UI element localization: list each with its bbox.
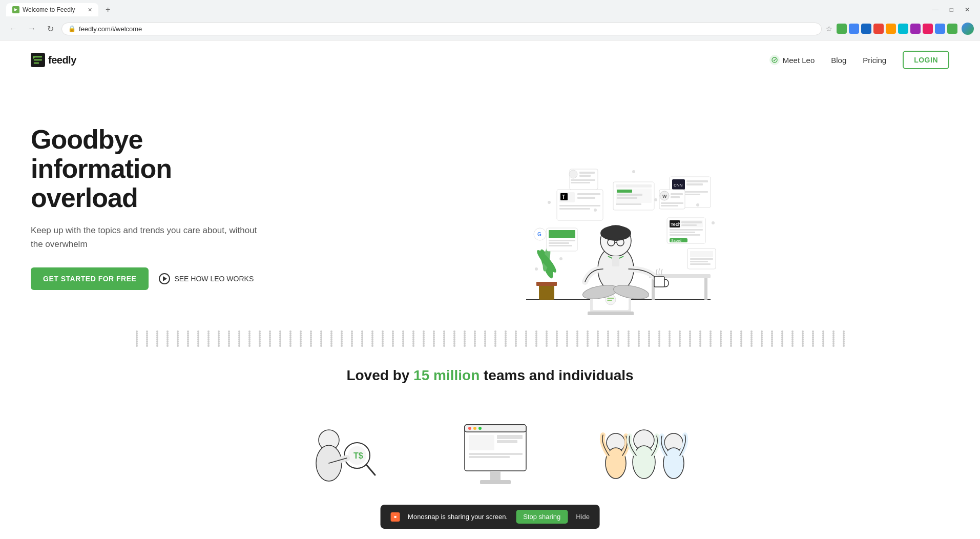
- page-content: feedly Meet Leo Blog Pricing LOGIN Goodb…: [0, 40, 980, 517]
- dots-grid: [15, 325, 965, 352]
- svg-rect-6: [704, 278, 707, 300]
- main-nav: feedly Meet Leo Blog Pricing LOGIN: [0, 40, 980, 79]
- svg-rect-51: [549, 242, 569, 244]
- extension-7[interactable]: [923, 24, 933, 34]
- svg-rect-90: [671, 196, 680, 198]
- browser-addressbar: ← → ↻ 🔒 feedly.com/i/welcome ☆: [0, 19, 980, 40]
- svg-text:W: W: [662, 194, 667, 199]
- svg-point-104: [473, 427, 476, 430]
- extension-6[interactable]: [910, 24, 921, 34]
- hero-cta: GET STARTED FOR FREE SEE HOW LEO WORKS: [31, 267, 266, 290]
- tab-title: Welcome to Feedly: [23, 6, 75, 13]
- svg-rect-22: [612, 256, 619, 266]
- extension-8[interactable]: [935, 24, 945, 34]
- svg-rect-61: [670, 229, 703, 231]
- svg-rect-52: [549, 245, 572, 246]
- svg-rect-62: [670, 232, 695, 233]
- blog-link[interactable]: Blog: [831, 56, 846, 65]
- svg-point-73: [654, 198, 657, 201]
- get-started-button[interactable]: GET STARTED FOR FREE: [31, 267, 149, 290]
- svg-rect-84: [690, 261, 708, 262]
- logo-icon: [31, 53, 45, 67]
- svg-line-96: [366, 465, 375, 475]
- hero-content: Goodbye information overload Keep up wit…: [31, 125, 287, 290]
- svg-point-77: [548, 201, 551, 204]
- browser-tab[interactable]: Welcome to Feedly ✕: [6, 3, 98, 16]
- new-tab-button[interactable]: +: [102, 4, 113, 15]
- svg-marker-0: [14, 8, 17, 11]
- svg-rect-106: [469, 435, 494, 450]
- meet-leo-icon: [769, 55, 780, 65]
- pricing-link[interactable]: Pricing: [863, 56, 886, 65]
- hero-subtitle: Keep up with the topics and trends you c…: [31, 223, 266, 251]
- monosnap-icon: [390, 512, 400, 517]
- svg-rect-31: [559, 208, 590, 210]
- refresh-button[interactable]: ↻: [43, 22, 57, 36]
- svg-rect-39: [617, 197, 637, 199]
- svg-rect-28: [577, 193, 600, 195]
- svg-rect-7: [539, 284, 554, 300]
- svg-rect-71: [571, 182, 590, 183]
- window-controls: — □ ✕: [928, 5, 974, 14]
- svg-text:Saved: Saved: [671, 239, 681, 242]
- logo-link[interactable]: feedly: [31, 53, 76, 67]
- login-button[interactable]: LOGIN: [903, 51, 949, 69]
- address-bar[interactable]: 🔒 feedly.com/i/welcome: [61, 23, 822, 35]
- svg-rect-108: [497, 440, 517, 443]
- lock-icon: 🔒: [68, 25, 76, 32]
- hide-button[interactable]: Hide: [576, 513, 590, 517]
- play-icon: [159, 273, 170, 284]
- svg-point-103: [468, 427, 471, 430]
- tab-favicon: [12, 6, 19, 13]
- tab-close-button[interactable]: ✕: [88, 7, 92, 13]
- extension-9[interactable]: [947, 24, 957, 34]
- loved-section: Loved by 15 million teams and individual…: [0, 352, 980, 404]
- back-button[interactable]: ←: [6, 22, 20, 36]
- monosnap-message: Monosnap is sharing your screen.: [408, 513, 508, 517]
- svg-rect-91: [661, 202, 683, 204]
- play-triangle: [163, 276, 167, 281]
- hero-illustration: T CNN: [287, 100, 949, 315]
- svg-rect-60: [681, 224, 697, 226]
- svg-rect-111: [490, 471, 501, 481]
- loved-prefix: Loved by: [346, 367, 413, 383]
- bookmark-star-icon[interactable]: ☆: [826, 25, 832, 33]
- svg-point-18: [600, 225, 631, 241]
- svg-rect-110: [469, 456, 510, 458]
- extension-5[interactable]: [898, 24, 908, 34]
- svg-rect-109: [469, 453, 523, 455]
- svg-rect-50: [549, 240, 575, 241]
- hero-svg: T CNN: [511, 110, 726, 315]
- svg-text:T$: T$: [353, 451, 363, 460]
- minimize-button[interactable]: —: [928, 5, 943, 14]
- svg-text:G: G: [537, 232, 541, 237]
- svg-rect-63: [670, 234, 700, 236]
- svg-rect-59: [681, 221, 702, 223]
- extension-4[interactable]: [886, 24, 896, 34]
- svg-rect-35: [616, 184, 652, 188]
- maximize-button[interactable]: □: [946, 5, 957, 14]
- profile-avatar[interactable]: [962, 23, 974, 35]
- svg-rect-70: [571, 179, 595, 181]
- stop-sharing-button[interactable]: Stop sharing: [516, 510, 568, 517]
- svg-point-75: [696, 203, 699, 206]
- svg-rect-89: [671, 193, 683, 195]
- svg-rect-92: [661, 205, 678, 206]
- svg-point-105: [478, 427, 482, 430]
- extension-2[interactable]: [861, 24, 871, 34]
- bottom-illustration-1: T$: [285, 414, 398, 507]
- extension-google[interactable]: [849, 24, 859, 34]
- see-leo-button[interactable]: SEE HOW LEO WORKS: [159, 273, 254, 284]
- svg-rect-112: [480, 480, 511, 484]
- meet-leo-link[interactable]: Meet Leo: [769, 55, 815, 65]
- svg-rect-49: [549, 230, 575, 238]
- close-button[interactable]: ✕: [961, 5, 974, 14]
- svg-rect-85: [690, 263, 711, 265]
- address-text: feedly.com/i/welcome: [79, 25, 815, 33]
- extension-feedly[interactable]: [837, 24, 847, 34]
- extension-3[interactable]: [873, 24, 884, 34]
- svg-text:T: T: [562, 194, 565, 200]
- forward-button[interactable]: →: [25, 22, 39, 36]
- loved-highlight: 15 million: [413, 367, 479, 383]
- see-leo-label: SEE HOW LEO WORKS: [174, 275, 254, 283]
